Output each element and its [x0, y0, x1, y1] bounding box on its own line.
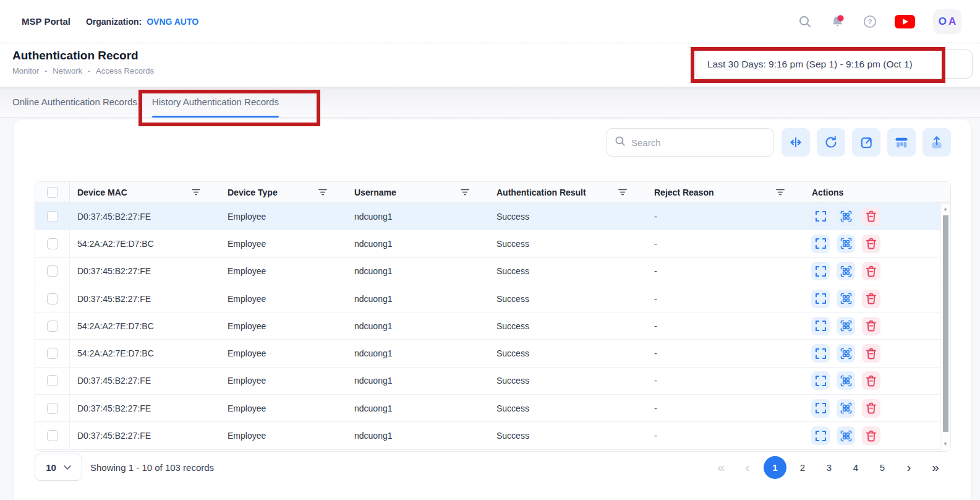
expand-record-button[interactable]	[811, 426, 830, 445]
column-header-username: Username	[347, 182, 489, 202]
expand-record-button[interactable]	[811, 371, 830, 390]
qr-code-button[interactable]	[837, 371, 855, 390]
expand-record-button[interactable]	[811, 317, 830, 335]
qr-code-button[interactable]	[837, 262, 855, 280]
page-button-4[interactable]: 4	[845, 457, 866, 478]
column-resize-button[interactable]	[782, 128, 810, 157]
delete-record-button[interactable]	[862, 399, 880, 418]
tab-history-authentication-records[interactable]: History Authentication Records	[152, 87, 279, 117]
table-row[interactable]: 54:2A:A2:7E:D7:BC Employee ndcuong1 Succ…	[35, 312, 950, 340]
qr-code-button[interactable]	[837, 235, 855, 253]
delete-record-button[interactable]	[862, 344, 880, 363]
delete-record-button[interactable]	[862, 290, 880, 308]
expand-record-button[interactable]	[811, 235, 830, 253]
row-checkbox[interactable]	[47, 321, 58, 332]
select-all-checkbox[interactable]	[47, 187, 58, 198]
row-checkbox[interactable]	[47, 403, 58, 414]
breadcrumb-monitor[interactable]: Monitor	[12, 66, 39, 75]
table-row[interactable]: 54:2A:A2:7E:D7:BC Employee ndcuong1 Succ…	[35, 230, 950, 257]
table-row[interactable]: D0:37:45:B2:27:FE Employee ndcuong1 Succ…	[35, 285, 950, 312]
organization-value[interactable]: OVNG AUTO	[147, 17, 198, 27]
expand-record-button[interactable]	[811, 262, 830, 280]
row-checkbox[interactable]	[47, 238, 58, 249]
delete-icon	[866, 238, 877, 249]
device-type-cell: Employee	[220, 422, 347, 449]
delete-icon	[866, 375, 877, 387]
row-actions	[804, 230, 950, 257]
search-icon[interactable]	[798, 15, 812, 28]
expand-icon	[815, 265, 827, 277]
scrollbar-thumb[interactable]	[943, 215, 948, 432]
table-row[interactable]: 54:2A:A2:7E:D7:BC Employee ndcuong1 Succ…	[35, 340, 950, 367]
filter-icon[interactable]	[192, 189, 200, 196]
page-button-1[interactable]: 1	[764, 456, 786, 479]
expand-record-button[interactable]	[811, 399, 830, 418]
date-range-picker[interactable]: Last 30 Days: 9:16 pm (Sep 1) - 9:16 pm …	[696, 50, 973, 79]
row-actions	[804, 422, 950, 449]
delete-record-button[interactable]	[862, 371, 880, 390]
reject-reason-cell: -	[647, 203, 804, 230]
qr-code-button[interactable]	[837, 426, 855, 445]
last-page-button[interactable]: »	[925, 457, 946, 478]
table-row[interactable]: D0:37:45:B2:27:FE Employee ndcuong1 Succ…	[35, 368, 950, 395]
page-size-select[interactable]: 10	[35, 454, 82, 481]
page-button-3[interactable]: 3	[819, 457, 840, 478]
search-input[interactable]	[631, 137, 765, 148]
refresh-button[interactable]	[817, 128, 845, 157]
help-icon[interactable]: ?	[863, 15, 877, 28]
row-checkbox[interactable]	[47, 211, 58, 222]
first-page-button[interactable]: «	[710, 457, 731, 478]
open-in-new-button[interactable]	[852, 128, 880, 157]
refresh-icon	[824, 135, 838, 150]
row-checkbox[interactable]	[47, 348, 58, 359]
table-row[interactable]: D0:37:45:B2:27:FE Employee ndcuong1 Succ…	[35, 395, 950, 422]
row-checkbox[interactable]	[47, 375, 58, 386]
qr-code-button[interactable]	[837, 317, 855, 335]
delete-record-button[interactable]	[862, 207, 880, 226]
avatar[interactable]: O A	[933, 9, 961, 34]
qr-code-button[interactable]	[837, 344, 855, 363]
device-mac-cell: D0:37:45:B2:27:FE	[70, 395, 220, 421]
filter-icon[interactable]	[318, 189, 327, 196]
row-actions	[804, 395, 950, 421]
delete-icon	[866, 293, 877, 304]
notifications-icon[interactable]	[830, 14, 845, 29]
page-button-5[interactable]: 5	[872, 457, 893, 478]
table-row[interactable]: D0:37:45:B2:27:FE Employee ndcuong1 Succ…	[35, 203, 950, 230]
expand-record-button[interactable]	[811, 207, 830, 226]
scrollbar-down-arrow[interactable]: ▼	[941, 442, 950, 447]
filter-icon[interactable]	[618, 189, 627, 196]
table-row[interactable]: D0:37:45:B2:27:FE Employee ndcuong1 Succ…	[35, 450, 950, 452]
scrollbar-up-arrow[interactable]: ▲	[941, 207, 950, 212]
row-checkbox[interactable]	[47, 293, 58, 304]
breadcrumb-network[interactable]: Network	[53, 66, 82, 75]
breadcrumb-access-records[interactable]: Access Records	[96, 66, 154, 75]
delete-record-button[interactable]	[862, 317, 880, 335]
columns-button[interactable]	[887, 128, 916, 157]
previous-page-button[interactable]: ‹	[737, 457, 758, 478]
delete-record-button[interactable]	[862, 426, 880, 445]
qr-code-button[interactable]	[837, 207, 855, 226]
expand-record-button[interactable]	[811, 290, 830, 308]
export-button[interactable]	[922, 128, 951, 157]
device-mac-cell: D0:37:45:B2:27:FE	[70, 203, 220, 230]
search-box[interactable]	[607, 128, 773, 157]
table-row[interactable]: D0:37:45:B2:27:FE Employee ndcuong1 Succ…	[35, 422, 950, 449]
table-row[interactable]: D0:37:45:B2:27:FE Employee ndcuong1 Succ…	[35, 258, 950, 285]
youtube-icon[interactable]	[895, 14, 915, 29]
row-checkbox-cell	[35, 422, 70, 449]
delete-record-button[interactable]	[862, 235, 880, 253]
qr-code-button[interactable]	[837, 290, 855, 308]
tab-online-authentication-records[interactable]: Online Authentication Records	[12, 87, 137, 117]
row-checkbox[interactable]	[47, 265, 58, 277]
table-scrollbar[interactable]: ▲ ▼	[940, 204, 950, 450]
next-page-button[interactable]: ›	[898, 457, 919, 478]
filter-icon[interactable]	[461, 189, 469, 196]
filter-icon[interactable]	[776, 189, 785, 196]
row-checkbox[interactable]	[47, 430, 58, 441]
device-type-cell: Employee	[220, 230, 347, 257]
delete-record-button[interactable]	[862, 262, 880, 280]
expand-record-button[interactable]	[811, 344, 830, 363]
page-button-2[interactable]: 2	[792, 457, 813, 478]
qr-code-button[interactable]	[837, 399, 855, 418]
